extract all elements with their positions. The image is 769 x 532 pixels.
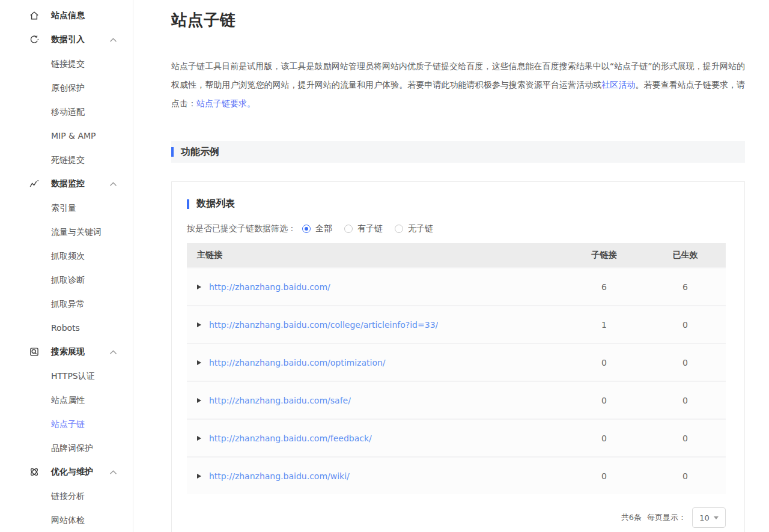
intro-paragraph: 站点子链工具目前是试用版，该工具是鼓励网站管理员将网站内优质子链提交给百度，这些… [171, 57, 745, 113]
radio-unchecked-icon[interactable] [395, 225, 403, 233]
home-icon [29, 10, 40, 21]
main-link-url[interactable]: http://zhanzhang.baidu.com/college/artic… [209, 320, 438, 330]
main-link-cell: http://zhanzhang.baidu.com/safe/ [187, 396, 564, 405]
main-link-cell: http://zhanzhang.baidu.com/optimization/ [187, 358, 564, 367]
sidebar-section-label: 搜索展现 [51, 346, 85, 357]
effective-count: 0 [645, 471, 726, 481]
sidebar-item-search-display-0[interactable]: HTTPS认证 [0, 364, 133, 388]
table-row: http://zhanzhang.baidu.com/66 [187, 267, 726, 305]
sidebar-item-search-display-1[interactable]: 站点属性 [0, 388, 133, 412]
chevron-up-icon[interactable] [109, 181, 117, 187]
main-link-cell: http://zhanzhang.baidu.com/ [187, 282, 564, 292]
column-sublinks: 子链接 [564, 250, 645, 261]
sidebar-item-data-monitor-5[interactable]: Robots [0, 316, 133, 340]
filter-option-2[interactable]: 无子链 [395, 223, 433, 234]
sidebar-item-data-import-3[interactable]: MIP & AMP [0, 124, 133, 148]
community-activity-link[interactable]: 社区活动 [601, 80, 635, 89]
effective-count: 6 [645, 282, 726, 292]
accent-bar [171, 147, 174, 157]
search-icon [29, 346, 40, 357]
expand-caret-icon[interactable] [197, 474, 201, 479]
sidebar-section-data-import[interactable]: 数据引入 [0, 28, 133, 52]
sidebar-item-optimize-maintain-0[interactable]: 链接分析 [0, 484, 133, 508]
table-row: http://zhanzhang.baidu.com/college/artic… [187, 305, 726, 343]
chart-icon [29, 178, 40, 189]
expand-caret-icon[interactable] [197, 285, 201, 289]
expand-caret-icon[interactable] [197, 398, 201, 403]
filter-row: 按是否已提交子链数据筛选： 全部有子链无子链 [187, 223, 726, 234]
table-row: http://zhanzhang.baidu.com/safe/00 [187, 381, 726, 419]
sidebar-item-data-import-0[interactable]: 链接提交 [0, 52, 133, 76]
sidebar-section-label: 数据监控 [51, 178, 85, 189]
expand-caret-icon[interactable] [197, 322, 201, 327]
effective-count: 0 [645, 434, 726, 443]
per-page-value: 10 [699, 513, 710, 522]
pagination: 共6条 每页显示： 10 [187, 507, 726, 528]
sidebar-section-optimize-maintain[interactable]: 优化与维护 [0, 460, 133, 484]
main-link-url[interactable]: http://zhanzhang.baidu.com/ [209, 282, 330, 292]
data-import-icon [29, 34, 40, 45]
filter-option-1[interactable]: 有子链 [344, 223, 383, 234]
main-link-url[interactable]: http://zhanzhang.baidu.com/optimization/ [209, 358, 386, 367]
sidebar-section-site-info[interactable]: 站点信息 [0, 4, 133, 28]
sidebar-item-data-monitor-0[interactable]: 索引量 [0, 196, 133, 220]
main-content: 站点子链 站点子链工具目前是试用版，该工具是鼓励网站管理员将网站内优质子链提交给… [133, 10, 769, 532]
feature-example-section-header: 功能示例 [171, 141, 745, 163]
sidebar-item-data-import-2[interactable]: 移动适配 [0, 100, 133, 124]
filter-option-0[interactable]: 全部 [302, 223, 332, 234]
sidebar-item-optimize-maintain-1[interactable]: 网站体检 [0, 508, 133, 532]
page-title: 站点子链 [171, 10, 745, 31]
expand-caret-icon[interactable] [197, 436, 201, 441]
effective-count: 0 [645, 358, 726, 367]
per-page-label: 每页显示： [647, 512, 686, 523]
sublink-count: 0 [564, 396, 645, 405]
table-header: 主链接 子链接 已生效 [187, 243, 726, 267]
sidebar-item-data-monitor-1[interactable]: 流量与关键词 [0, 220, 133, 244]
filter-option-label: 全部 [315, 223, 332, 234]
sublink-count: 6 [564, 282, 645, 292]
sidebar-item-data-monitor-2[interactable]: 抓取频次 [0, 244, 133, 268]
sidebar-section-label: 优化与维护 [51, 467, 93, 477]
sidebar-section-search-display[interactable]: 搜索展现 [0, 340, 133, 364]
sidebar-item-data-monitor-3[interactable]: 抓取诊断 [0, 268, 133, 292]
sidebar-section-label: 站点信息 [51, 10, 85, 21]
total-count: 共6条 [621, 512, 642, 523]
filter-options: 全部有子链无子链 [296, 223, 433, 234]
main-link-cell: http://zhanzhang.baidu.com/college/artic… [187, 320, 564, 330]
column-effective: 已生效 [645, 250, 726, 261]
data-list-title: 数据列表 [196, 198, 235, 210]
sublink-table: 主链接 子链接 已生效 http://zhanzhang.baidu.com/6… [187, 243, 726, 494]
main-link-url[interactable]: http://zhanzhang.baidu.com/wiki/ [209, 471, 350, 481]
chevron-up-icon[interactable] [109, 37, 117, 43]
radio-unchecked-icon[interactable] [344, 225, 353, 233]
main-link-cell: http://zhanzhang.baidu.com/feedback/ [187, 434, 564, 443]
main-link-url[interactable]: http://zhanzhang.baidu.com/safe/ [209, 396, 351, 405]
filter-label: 按是否已提交子链数据筛选： [187, 223, 296, 234]
main-link-cell: http://zhanzhang.baidu.com/wiki/ [187, 471, 564, 481]
per-page-select[interactable]: 10 [692, 507, 726, 528]
data-list-card: 数据列表 按是否已提交子链数据筛选： 全部有子链无子链 主链接 子链接 已生效 … [171, 181, 745, 532]
sidebar-nav: 站点信息数据引入链接提交原创保护移动适配MIP & AMP死链提交数据监控索引量… [0, 4, 133, 532]
sublink-count: 1 [564, 320, 645, 330]
sidebar-item-data-import-1[interactable]: 原创保护 [0, 76, 133, 100]
main-link-url[interactable]: http://zhanzhang.baidu.com/feedback/ [209, 434, 372, 443]
data-list-header: 数据列表 [187, 198, 726, 210]
sublink-count: 0 [564, 434, 645, 443]
filter-option-label: 有子链 [357, 223, 383, 234]
chevron-up-icon[interactable] [109, 349, 117, 355]
chevron-down-icon [714, 516, 719, 519]
sidebar-section-data-monitor[interactable]: 数据监控 [0, 172, 133, 196]
chevron-up-icon[interactable] [109, 470, 117, 475]
accent-bar [187, 199, 189, 209]
expand-caret-icon[interactable] [197, 360, 201, 365]
table-body: http://zhanzhang.baidu.com/66http://zhan… [187, 267, 726, 494]
sublink-requirements-link[interactable]: 站点子链要求。 [196, 98, 255, 108]
sidebar-item-data-import-4[interactable]: 死链提交 [0, 148, 133, 172]
sublink-count: 0 [564, 358, 645, 367]
sidebar-item-search-display-3[interactable]: 品牌词保护 [0, 436, 133, 460]
radio-checked-icon[interactable] [302, 225, 311, 233]
sidebar-item-search-display-2[interactable]: 站点子链 [0, 412, 133, 436]
atom-icon [29, 467, 40, 477]
table-row: http://zhanzhang.baidu.com/optimization/… [187, 343, 726, 381]
sidebar-item-data-monitor-4[interactable]: 抓取异常 [0, 292, 133, 316]
